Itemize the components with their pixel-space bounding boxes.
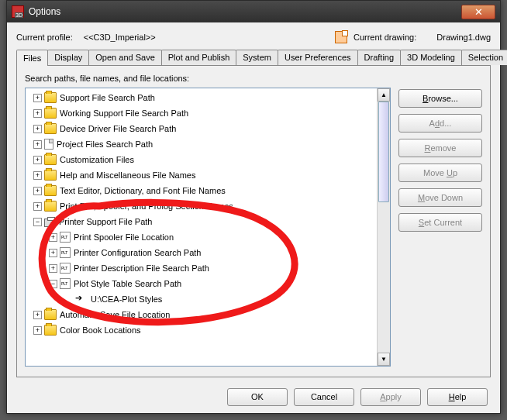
dialog-footer: OK Cancel Apply Help — [7, 380, 500, 413]
tab-display[interactable]: Display — [47, 50, 89, 65]
expand-icon[interactable]: + — [33, 94, 42, 102]
folder-icon — [44, 201, 57, 212]
expand-icon[interactable]: + — [33, 326, 42, 335]
expand-icon[interactable]: + — [33, 187, 42, 195]
drawing-label: Current drawing: — [354, 33, 416, 42]
tree-node-label: Color Book Locations — [60, 325, 141, 335]
expand-icon[interactable]: + — [33, 171, 42, 180]
app-icon — [12, 5, 24, 18]
tree-view[interactable]: +Support File Search Path+Working Suppor… — [25, 88, 391, 367]
tree-node[interactable]: +Print Spooler File Location — [29, 229, 377, 245]
tree-spacer — [64, 295, 73, 304]
tab-selection[interactable]: Selection — [461, 50, 507, 65]
browse-button[interactable]: Browse... — [398, 89, 482, 108]
tree-node[interactable]: +Support File Search Path — [29, 90, 377, 105]
tree-node[interactable]: +Help and Miscellaneous File Names — [29, 167, 377, 183]
side-button-panel: Browse... Add... Remove Move Up Move Dow… — [398, 88, 482, 367]
tab-page-files: Search paths, file names, and file locat… — [16, 66, 491, 377]
collapse-icon[interactable]: − — [33, 218, 42, 226]
expand-icon[interactable]: + — [33, 311, 42, 319]
tree-scrollbar[interactable]: ▲ ▼ — [377, 88, 390, 366]
tree-node-label: Text Editor, Dictionary, and Font File N… — [60, 186, 226, 195]
title-bar[interactable]: Options ✕ — [7, 1, 500, 22]
expand-icon[interactable]: + — [33, 125, 42, 133]
scroll-thumb[interactable] — [378, 102, 389, 202]
tree-node[interactable]: +Automatic Save File Location — [29, 307, 377, 322]
tree-node-label: Print File, Spooler, and Prolog Section … — [60, 201, 233, 211]
expand-icon[interactable]: + — [49, 233, 57, 242]
plt-icon — [60, 278, 71, 289]
folder-icon — [44, 108, 57, 119]
tree-node[interactable]: −Printer Support File Path — [29, 214, 377, 229]
scroll-down-icon[interactable]: ▼ — [378, 353, 390, 366]
tree-node[interactable]: +Print File, Spooler, and Prolog Section… — [29, 198, 377, 214]
tab-plot-publish[interactable]: Plot and Publish — [161, 50, 237, 65]
close-button[interactable]: ✕ — [461, 5, 495, 19]
tree-node-label: Support File Search Path — [60, 93, 155, 102]
tree-node-label: Device Driver File Search Path — [60, 124, 176, 133]
profile-value: <<C3D_Imperial>> — [84, 33, 156, 42]
window-title: Options — [29, 6, 461, 17]
tree-node-label: Working Support File Search Path — [60, 108, 188, 118]
expand-icon[interactable]: + — [33, 156, 42, 164]
remove-button[interactable]: Remove — [398, 139, 482, 157]
tab-strip: Files Display Open and Save Plot and Pub… — [16, 49, 491, 66]
arrow-icon — [75, 294, 88, 305]
folder-icon — [44, 309, 57, 320]
tree-node-label: Plot Style Table Search Path — [74, 279, 181, 288]
tree-node-label: Help and Miscellaneous File Names — [60, 170, 195, 180]
tab-drafting[interactable]: Drafting — [357, 50, 402, 65]
tab-system[interactable]: System — [236, 50, 278, 65]
expand-icon[interactable]: + — [49, 264, 57, 273]
tree-node-label: Print Spooler File Location — [74, 232, 174, 242]
tree-node-label: Automatic Save File Location — [60, 310, 170, 319]
tab-open-save[interactable]: Open and Save — [88, 50, 161, 65]
set-current-button[interactable]: Set Current — [398, 213, 482, 232]
expand-icon[interactable]: + — [33, 109, 42, 118]
ok-button[interactable]: OK — [227, 388, 288, 406]
folder-icon — [44, 154, 57, 165]
tree-node[interactable]: +Working Support File Search Path — [29, 105, 377, 121]
folder-icon — [44, 170, 57, 181]
folder-icon — [44, 185, 57, 196]
tab-3d-modeling[interactable]: 3D Modeling — [400, 50, 462, 65]
profile-label: Current profile: — [16, 33, 73, 42]
move-down-button[interactable]: Move Down — [398, 188, 482, 207]
tree-node[interactable]: +Color Book Locations — [29, 322, 377, 338]
tab-user-prefs[interactable]: User Preferences — [278, 50, 358, 65]
tree-node[interactable]: +Printer Configuration Search Path — [29, 245, 377, 260]
expand-icon[interactable]: + — [33, 202, 42, 211]
doc-icon — [44, 139, 53, 150]
folder-icon — [44, 325, 57, 336]
tree-node[interactable]: +Printer Description File Search Path — [29, 260, 377, 276]
tree-node-label: Customization Files — [60, 155, 134, 164]
plt-icon — [60, 263, 71, 274]
cancel-button[interactable]: Cancel — [294, 388, 354, 406]
help-button[interactable]: Help — [427, 388, 488, 406]
folder-icon — [44, 123, 57, 134]
printer-icon — [44, 219, 56, 227]
tree-node[interactable]: −Plot Style Table Search Path — [29, 276, 377, 291]
drawing-icon — [335, 31, 347, 43]
apply-button[interactable]: Apply — [360, 388, 421, 406]
move-up-button[interactable]: Move Up — [398, 164, 482, 182]
tree-node-label: Printer Description File Search Path — [74, 263, 209, 273]
tab-files[interactable]: Files — [16, 50, 48, 66]
tree-node[interactable]: +Project Files Search Path — [29, 136, 377, 152]
tree-node[interactable]: +Customization Files — [29, 152, 377, 167]
header-row: Current profile: <<C3D_Imperial>> Curren… — [16, 29, 491, 46]
plt-icon — [60, 247, 71, 258]
add-button[interactable]: Add... — [398, 114, 482, 133]
tree-node[interactable]: +Text Editor, Dictionary, and Font File … — [29, 183, 377, 198]
collapse-icon[interactable]: − — [49, 280, 57, 288]
tree-node-label: Printer Configuration Search Path — [74, 248, 201, 257]
expand-icon[interactable]: + — [33, 140, 42, 149]
folder-icon — [44, 92, 57, 103]
files-instruction: Search paths, file names, and file locat… — [25, 74, 482, 83]
tree-node[interactable]: U:\CEA-Plot Styles — [29, 291, 377, 307]
tree-node-label: Printer Support File Path — [59, 217, 152, 226]
scroll-up-icon[interactable]: ▲ — [378, 88, 390, 102]
expand-icon[interactable]: + — [49, 249, 57, 257]
tree-node[interactable]: +Device Driver File Search Path — [29, 121, 377, 136]
tree-node-label: U:\CEA-Plot Styles — [91, 294, 162, 304]
